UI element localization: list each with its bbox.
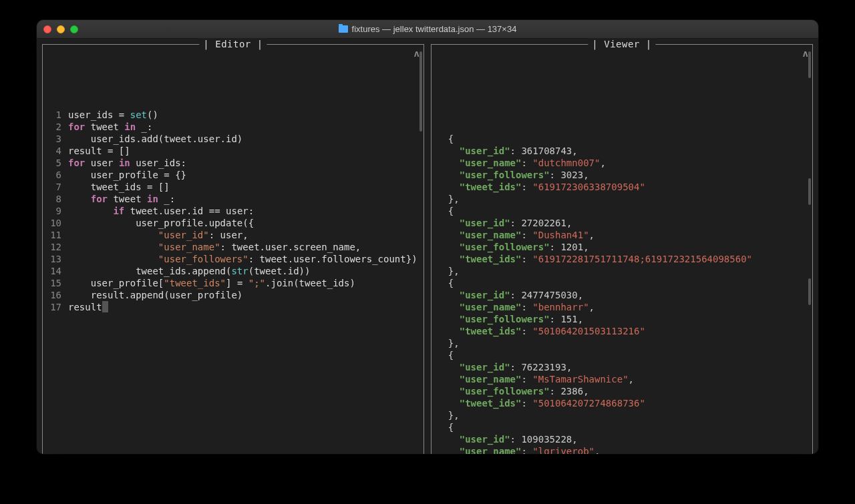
cursor: [102, 301, 108, 312]
json-token: [437, 326, 460, 336]
editor-line: 5for user in user_ids:: [48, 157, 418, 169]
viewer-line: "user_name": "Dushan41",: [437, 229, 807, 241]
json-token: "Dushan41": [532, 230, 588, 240]
line-number: 13: [48, 253, 68, 265]
viewer-scrollbar-thumb-top[interactable]: [808, 51, 811, 78]
viewer-pane[interactable]: | Viewer | ʌ v { "user_id": 361708743, "…: [431, 44, 813, 454]
json-token: :: [521, 374, 532, 385]
code-token: "user_id": [158, 230, 209, 240]
code-token: user_profile.update({: [68, 218, 254, 228]
code-token: [68, 206, 113, 216]
line-number: 5: [48, 157, 68, 169]
scroll-up-icon[interactable]: ʌ: [803, 47, 808, 59]
json-token: ,: [566, 362, 572, 372]
viewer-content[interactable]: ʌ v { "user_id": 361708743, "user_name":…: [432, 45, 812, 454]
json-token: "user_id": [460, 218, 510, 228]
viewer-line: {: [437, 421, 807, 433]
json-token: "tweet_ids": [460, 182, 522, 192]
json-token: {: [437, 422, 454, 433]
json-token: ,: [629, 374, 634, 385]
code-token: =: [237, 278, 248, 288]
editor-pane[interactable]: | Editor | ʌ v 1user_ids = set()2for twe…: [42, 44, 424, 454]
line-number: 6: [48, 169, 68, 181]
json-token: ,: [589, 302, 594, 312]
json-token: "user_name": [460, 374, 522, 385]
code-token: tweet_ids.append(: [68, 266, 231, 276]
json-token: [437, 158, 460, 168]
json-token: "bennharr": [532, 302, 588, 312]
line-number: 1: [48, 109, 68, 121]
json-token: ,: [578, 314, 583, 324]
editor-line: 9 if tweet.user.id == user:: [48, 205, 418, 217]
minimize-button[interactable]: [57, 25, 65, 33]
line-number: 3: [48, 133, 68, 145]
zoom-button[interactable]: [70, 25, 78, 33]
editor-line: 6 user_profile = {}: [48, 169, 418, 181]
viewer-line: {: [437, 133, 807, 145]
line-number: 8: [48, 193, 68, 205]
editor-line: 13 "user_followers": tweet.user.follower…: [48, 253, 418, 265]
line-number: 4: [48, 145, 68, 157]
json-token: },: [437, 338, 460, 348]
viewer-scrollbar-thumb-mid1[interactable]: [808, 178, 811, 205]
json-token: :: [550, 170, 561, 180]
viewer-line: "user_name": "bennharr",: [437, 301, 807, 313]
json-token: :: [521, 182, 532, 192]
viewer-line: "tweet_ids": "501064207274868736": [437, 397, 807, 409]
json-token: [437, 314, 460, 324]
folder-icon: [339, 25, 348, 33]
json-token: [437, 386, 460, 397]
json-token: :: [510, 434, 522, 445]
code-token: [68, 254, 158, 264]
json-token: "user_name": [460, 230, 522, 240]
code-token: [68, 242, 158, 252]
code-token: "user_name": [158, 242, 220, 252]
json-token: "user_followers": [460, 314, 550, 324]
close-button[interactable]: [43, 25, 51, 33]
code-token: user_ids:: [130, 158, 186, 168]
json-token: 151: [560, 314, 577, 324]
json-token: "user_id": [460, 434, 510, 445]
json-token: ,: [583, 242, 588, 252]
line-number: 2: [48, 121, 68, 133]
json-token: "619172306338709504": [532, 182, 645, 192]
json-token: [437, 398, 460, 409]
json-token: },: [437, 194, 460, 204]
json-token: {: [437, 350, 454, 360]
json-token: [437, 230, 460, 240]
code-token: tweet: [85, 121, 124, 132]
json-token: },: [437, 410, 460, 421]
json-token: [437, 374, 460, 385]
code-token: = []: [147, 182, 170, 192]
code-token: tweet_ids: [68, 182, 147, 192]
viewer-line: "user_name": "lgriverob",: [437, 445, 807, 454]
code-token: _:: [136, 121, 152, 132]
json-token: 27202261: [521, 218, 566, 228]
code-token: for: [91, 194, 108, 204]
json-token: :: [521, 230, 532, 240]
json-token: "user_name": [460, 446, 522, 454]
viewer-scrollbar-thumb-mid2[interactable]: [808, 278, 811, 305]
json-token: ,: [583, 386, 588, 397]
viewer-line: },: [437, 409, 807, 421]
scroll-up-icon[interactable]: ʌ: [414, 47, 419, 59]
code-token: ]: [226, 278, 237, 288]
json-token: "user_id": [460, 146, 510, 156]
json-token: },: [437, 266, 460, 276]
json-token: :: [550, 314, 561, 324]
editor-content[interactable]: ʌ v 1user_ids = set()2for tweet in _:3 u…: [43, 45, 423, 454]
json-token: "lgriverob": [532, 446, 594, 454]
viewer-line: {: [437, 205, 807, 217]
code-token: str: [231, 266, 248, 276]
terminal-window: fixtures — jellex twitterdata.json — 137…: [37, 20, 818, 454]
json-token: [437, 146, 460, 156]
code-token: [68, 194, 91, 204]
json-token: [437, 254, 460, 264]
code-token: tweet.user.id: [124, 206, 208, 216]
code-token: : user,: [209, 230, 248, 240]
editor-scrollbar-thumb[interactable]: [419, 51, 422, 132]
line-number: 15: [48, 277, 68, 289]
code-token: : tweet.user.followers_count}): [248, 254, 417, 264]
json-token: [437, 446, 460, 454]
json-token: "tweet_ids": [460, 326, 522, 336]
